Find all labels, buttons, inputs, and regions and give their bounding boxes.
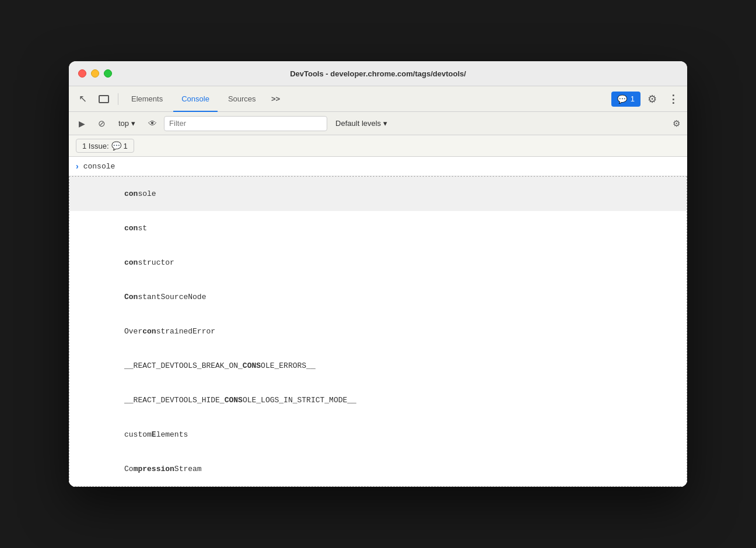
traffic-lights [78, 69, 112, 78]
cs-suf: Stream [174, 465, 202, 473]
tab-sources[interactable]: Sources [220, 86, 264, 112]
more-options-button[interactable]: ⋮ [664, 90, 682, 108]
console-settings-icon[interactable]: ⚙ [670, 116, 682, 131]
context-label: top [118, 119, 129, 128]
clear-console-button[interactable]: ▶ [74, 115, 90, 132]
cs-pre: Co [124, 465, 134, 473]
default-levels-label: Default levels [335, 119, 381, 128]
ce-suf: lements [156, 430, 188, 439]
autocomplete-item-compressionstream[interactable]: CompressionStream [69, 452, 687, 486]
rh-pre: __REACT_DEVTOOLS_HIDE_ [124, 396, 225, 405]
maximize-button[interactable] [104, 69, 112, 78]
issues-badge-button[interactable]: 💬 1 [611, 92, 640, 107]
autocomplete-item-constructor[interactable]: constructor [69, 245, 687, 280]
inspect-element-button[interactable]: ↖ [74, 90, 92, 108]
console-typed-text[interactable]: console [83, 162, 116, 171]
filter-input[interactable] [164, 116, 327, 131]
ban-button[interactable]: ⊘ [93, 115, 110, 132]
title-bar: DevTools - developer.chrome.com/tags/dev… [69, 61, 687, 86]
issues-number: 1 [124, 142, 128, 150]
autocomplete-item-react-break[interactable]: __REACT_DEVTOOLS_BREAK_ON_CONSOLE_ERRORS… [69, 349, 687, 383]
gear-icon: ⚙ [648, 93, 657, 106]
autocomplete-item-constantsourcenode[interactable]: ConstantSourceNode [69, 280, 687, 314]
devtools-panel: ↖ Elements Console Sources >> 💬 1 [69, 86, 687, 487]
eye-button[interactable]: 👁 [144, 115, 160, 132]
match-bold-console: sole [138, 189, 156, 198]
oce-pre: Over [124, 327, 142, 336]
match-prefix-console: con [124, 189, 138, 198]
more-vertical-icon: ⋮ [668, 93, 678, 106]
autocomplete-item-customelements[interactable]: customElements [69, 417, 687, 452]
close-button[interactable] [78, 69, 86, 78]
window-title: DevTools - developer.chrome.com/tags/dev… [290, 69, 466, 78]
toolbar-divider-1 [118, 93, 118, 105]
ce-bold: E [152, 430, 156, 439]
oce-bold: con [142, 327, 156, 336]
oce-suf: strainedError [156, 327, 215, 336]
cs-bold: mpression [134, 465, 174, 473]
issues-chat-icon: 💬 [111, 141, 121, 150]
rh-suf: OLE_LOGS_IN_STRICT_MODE__ [243, 396, 356, 405]
device-toolbar-button[interactable] [94, 90, 113, 108]
autocomplete-item-console[interactable]: console [69, 177, 687, 211]
console-content: › console console const constructor [69, 157, 687, 487]
console-toolbar: ▶ ⊘ top ▾ 👁 Default levels ▾ ⚙ [69, 112, 687, 135]
play-icon: ▶ [79, 119, 85, 128]
device-icon [99, 95, 109, 103]
match-prefix-csn: Con [124, 293, 138, 301]
autocomplete-item-const[interactable]: const [69, 211, 687, 245]
eye-icon: 👁 [148, 118, 157, 128]
context-selector[interactable]: top ▾ [113, 117, 141, 129]
rb-suf: OLE_ERRORS__ [261, 361, 316, 370]
issues-count: 1 Issue: [82, 142, 109, 150]
issues-bar: 1 Issue: 💬 1 [69, 135, 687, 157]
autocomplete-item-overconstrainederror[interactable]: OverconstrainedError [69, 314, 687, 349]
main-toolbar: ↖ Elements Console Sources >> 💬 1 [69, 86, 687, 112]
rb-bold: CONS [243, 361, 261, 370]
match-suffix-const: st [138, 224, 147, 233]
issues-badge[interactable]: 1 Issue: 💬 1 [76, 139, 134, 153]
input-prompt: › [76, 161, 79, 171]
rh-bold: CONS [225, 396, 243, 405]
autocomplete-dropdown: console const constructor ConstantSource… [69, 176, 687, 487]
levels-dropdown-icon: ▾ [383, 119, 387, 128]
minimize-button[interactable] [91, 69, 99, 78]
settings-button[interactable]: ⚙ [643, 90, 662, 108]
match-prefix-constructor: con [124, 258, 138, 267]
dropdown-icon: ▾ [131, 119, 135, 128]
default-levels-button[interactable]: Default levels ▾ [331, 117, 392, 129]
tab-elements[interactable]: Elements [123, 86, 171, 112]
rb-pre: __REACT_DEVTOOLS_BREAK_ON_ [124, 361, 243, 370]
match-suffix-csn: stantSourceNode [138, 293, 206, 301]
ce-pre: custom [124, 430, 152, 439]
chat-icon: 💬 [617, 94, 627, 104]
console-input-row: › console [69, 157, 687, 176]
ban-icon: ⊘ [98, 118, 106, 129]
devtools-window: DevTools - developer.chrome.com/tags/dev… [69, 61, 687, 487]
match-prefix-const: con [124, 224, 138, 233]
tab-console[interactable]: Console [173, 86, 218, 112]
inspect-icon: ↖ [79, 93, 87, 105]
more-tabs-button[interactable]: >> [267, 90, 285, 108]
autocomplete-item-react-hide[interactable]: __REACT_DEVTOOLS_HIDE_CONSOLE_LOGS_IN_ST… [69, 383, 687, 417]
match-suffix-constructor: structor [138, 258, 174, 267]
